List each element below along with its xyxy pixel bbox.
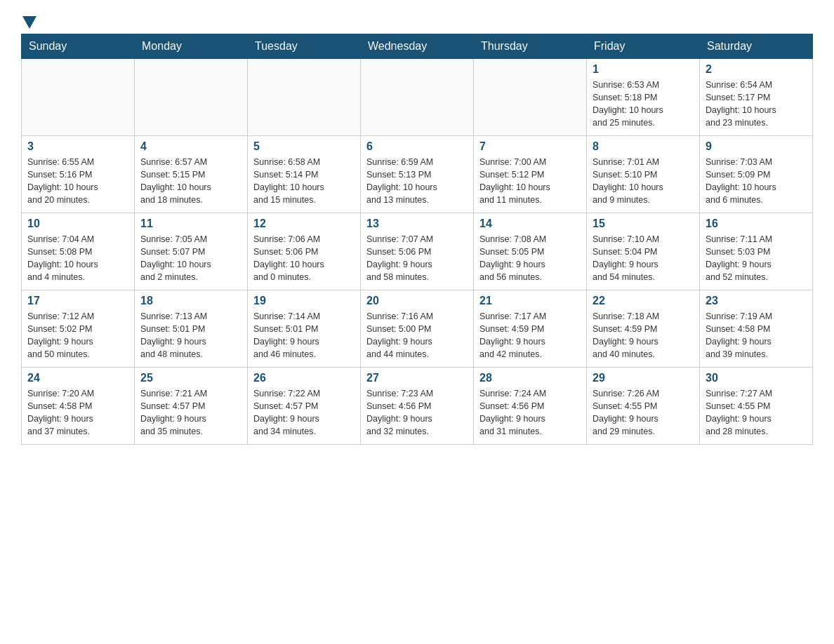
day-number: 16 [706, 217, 807, 230]
weekday-header-row: SundayMondayTuesdayWednesdayThursdayFrid… [22, 34, 813, 59]
day-number: 9 [706, 140, 807, 153]
day-info: Sunrise: 7:22 AMSunset: 4:57 PMDaylight:… [253, 387, 355, 438]
weekday-header-wednesday: Wednesday [361, 34, 474, 59]
calendar-cell: 11Sunrise: 7:05 AMSunset: 5:07 PMDayligh… [135, 213, 248, 290]
calendar-cell [361, 59, 474, 136]
calendar-cell: 19Sunrise: 7:14 AMSunset: 5:01 PMDayligh… [248, 290, 361, 368]
weekday-header-thursday: Thursday [474, 34, 587, 59]
weekday-header-monday: Monday [135, 34, 248, 59]
day-info: Sunrise: 7:01 AMSunset: 5:10 PMDaylight:… [593, 156, 694, 207]
day-number: 12 [253, 217, 355, 230]
day-number: 30 [706, 372, 807, 384]
day-number: 22 [593, 295, 694, 307]
day-number: 6 [366, 140, 468, 153]
day-info: Sunrise: 7:04 AMSunset: 5:08 PMDaylight:… [27, 233, 128, 284]
calendar-cell [22, 59, 135, 136]
weekday-header-saturday: Saturday [700, 34, 813, 59]
day-number: 15 [593, 217, 694, 230]
calendar-cell: 23Sunrise: 7:19 AMSunset: 4:58 PMDayligh… [700, 290, 813, 368]
weekday-header-sunday: Sunday [22, 34, 135, 59]
day-info: Sunrise: 6:54 AMSunset: 5:17 PMDaylight:… [706, 79, 807, 130]
day-number: 2 [706, 63, 807, 76]
day-number: 10 [27, 217, 128, 230]
day-info: Sunrise: 7:26 AMSunset: 4:55 PMDaylight:… [593, 387, 694, 438]
day-info: Sunrise: 7:13 AMSunset: 5:01 PMDaylight:… [140, 310, 241, 361]
day-info: Sunrise: 6:55 AMSunset: 5:16 PMDaylight:… [27, 156, 128, 207]
day-number: 25 [140, 372, 241, 384]
day-info: Sunrise: 7:23 AMSunset: 4:56 PMDaylight:… [366, 387, 468, 438]
calendar-cell: 6Sunrise: 6:59 AMSunset: 5:13 PMDaylight… [361, 136, 474, 213]
calendar-cell: 12Sunrise: 7:06 AMSunset: 5:06 PMDayligh… [248, 213, 361, 290]
day-info: Sunrise: 7:16 AMSunset: 5:00 PMDaylight:… [366, 310, 468, 361]
calendar-cell: 26Sunrise: 7:22 AMSunset: 4:57 PMDayligh… [248, 368, 361, 445]
calendar-cell: 5Sunrise: 6:58 AMSunset: 5:14 PMDaylight… [248, 136, 361, 213]
day-number: 5 [253, 140, 355, 153]
weekday-header-friday: Friday [587, 34, 700, 59]
logo [21, 14, 37, 27]
day-number: 11 [140, 217, 241, 230]
calendar-cell: 9Sunrise: 7:03 AMSunset: 5:09 PMDaylight… [700, 136, 813, 213]
calendar-cell: 16Sunrise: 7:11 AMSunset: 5:03 PMDayligh… [700, 213, 813, 290]
week-row-2: 3Sunrise: 6:55 AMSunset: 5:16 PMDaylight… [22, 136, 813, 213]
day-number: 1 [593, 63, 694, 76]
calendar-cell: 22Sunrise: 7:18 AMSunset: 4:59 PMDayligh… [587, 290, 700, 368]
calendar-cell: 4Sunrise: 6:57 AMSunset: 5:15 PMDaylight… [135, 136, 248, 213]
calendar-cell: 8Sunrise: 7:01 AMSunset: 5:10 PMDaylight… [587, 136, 700, 213]
calendar-cell: 21Sunrise: 7:17 AMSunset: 4:59 PMDayligh… [474, 290, 587, 368]
day-number: 23 [706, 295, 807, 307]
day-info: Sunrise: 7:12 AMSunset: 5:02 PMDaylight:… [27, 310, 128, 361]
day-number: 20 [366, 295, 468, 307]
day-number: 4 [140, 140, 241, 153]
calendar-cell [135, 59, 248, 136]
day-info: Sunrise: 7:00 AMSunset: 5:12 PMDaylight:… [479, 156, 581, 207]
weekday-header-tuesday: Tuesday [248, 34, 361, 59]
week-row-1: 1Sunrise: 6:53 AMSunset: 5:18 PMDaylight… [22, 59, 813, 136]
day-number: 17 [27, 295, 128, 307]
calendar-cell: 29Sunrise: 7:26 AMSunset: 4:55 PMDayligh… [587, 368, 700, 445]
day-info: Sunrise: 7:08 AMSunset: 5:05 PMDaylight:… [479, 233, 581, 284]
day-info: Sunrise: 7:11 AMSunset: 5:03 PMDaylight:… [706, 233, 807, 284]
calendar-cell: 28Sunrise: 7:24 AMSunset: 4:56 PMDayligh… [474, 368, 587, 445]
day-number: 24 [27, 372, 128, 384]
calendar-cell: 3Sunrise: 6:55 AMSunset: 5:16 PMDaylight… [22, 136, 135, 213]
calendar-cell: 18Sunrise: 7:13 AMSunset: 5:01 PMDayligh… [135, 290, 248, 368]
calendar-cell: 1Sunrise: 6:53 AMSunset: 5:18 PMDaylight… [587, 59, 700, 136]
calendar-cell: 15Sunrise: 7:10 AMSunset: 5:04 PMDayligh… [587, 213, 700, 290]
week-row-3: 10Sunrise: 7:04 AMSunset: 5:08 PMDayligh… [22, 213, 813, 290]
day-number: 14 [479, 217, 581, 230]
calendar-cell: 24Sunrise: 7:20 AMSunset: 4:58 PMDayligh… [22, 368, 135, 445]
logo-triangle-icon [22, 16, 37, 29]
day-number: 29 [593, 372, 694, 384]
day-info: Sunrise: 7:10 AMSunset: 5:04 PMDaylight:… [593, 233, 694, 284]
calendar-cell: 25Sunrise: 7:21 AMSunset: 4:57 PMDayligh… [135, 368, 248, 445]
day-info: Sunrise: 7:19 AMSunset: 4:58 PMDaylight:… [706, 310, 807, 361]
calendar-cell: 7Sunrise: 7:00 AMSunset: 5:12 PMDaylight… [474, 136, 587, 213]
day-number: 13 [366, 217, 468, 230]
day-number: 19 [253, 295, 355, 307]
day-info: Sunrise: 7:05 AMSunset: 5:07 PMDaylight:… [140, 233, 241, 284]
day-info: Sunrise: 6:53 AMSunset: 5:18 PMDaylight:… [593, 79, 694, 130]
day-number: 7 [479, 140, 581, 153]
day-info: Sunrise: 7:14 AMSunset: 5:01 PMDaylight:… [253, 310, 355, 361]
day-info: Sunrise: 7:24 AMSunset: 4:56 PMDaylight:… [479, 387, 581, 438]
day-number: 18 [140, 295, 241, 307]
calendar-cell: 30Sunrise: 7:27 AMSunset: 4:55 PMDayligh… [700, 368, 813, 445]
day-number: 3 [27, 140, 128, 153]
page-header [21, 14, 813, 27]
day-number: 8 [593, 140, 694, 153]
day-info: Sunrise: 7:03 AMSunset: 5:09 PMDaylight:… [706, 156, 807, 207]
day-info: Sunrise: 7:17 AMSunset: 4:59 PMDaylight:… [479, 310, 581, 361]
day-info: Sunrise: 6:59 AMSunset: 5:13 PMDaylight:… [366, 156, 468, 207]
day-info: Sunrise: 6:58 AMSunset: 5:14 PMDaylight:… [253, 156, 355, 207]
day-number: 21 [479, 295, 581, 307]
day-number: 26 [253, 372, 355, 384]
calendar-cell: 10Sunrise: 7:04 AMSunset: 5:08 PMDayligh… [22, 213, 135, 290]
calendar-table: SundayMondayTuesdayWednesdayThursdayFrid… [21, 34, 813, 445]
day-info: Sunrise: 7:27 AMSunset: 4:55 PMDaylight:… [706, 387, 807, 438]
day-info: Sunrise: 7:18 AMSunset: 4:59 PMDaylight:… [593, 310, 694, 361]
day-info: Sunrise: 6:57 AMSunset: 5:15 PMDaylight:… [140, 156, 241, 207]
day-number: 27 [366, 372, 468, 384]
calendar-cell: 13Sunrise: 7:07 AMSunset: 5:06 PMDayligh… [361, 213, 474, 290]
calendar-cell: 14Sunrise: 7:08 AMSunset: 5:05 PMDayligh… [474, 213, 587, 290]
calendar-cell: 27Sunrise: 7:23 AMSunset: 4:56 PMDayligh… [361, 368, 474, 445]
